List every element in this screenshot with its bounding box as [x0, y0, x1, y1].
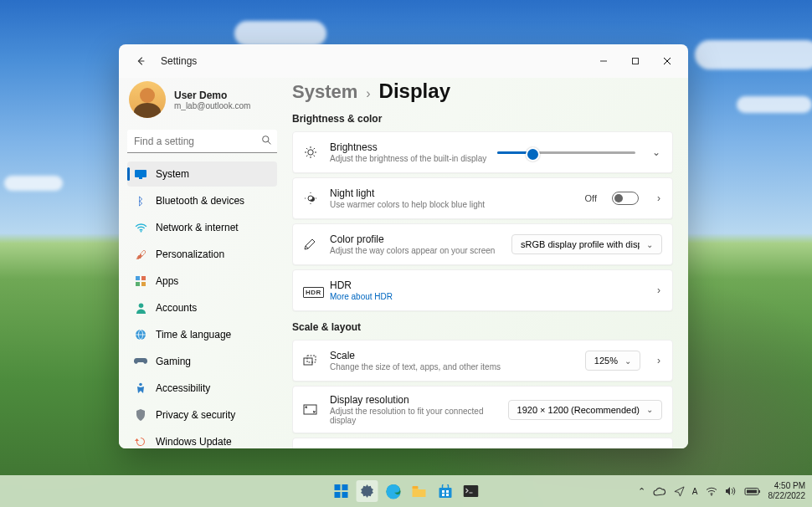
orientation-card[interactable]: Display orientation Landscape ⌄	[292, 438, 673, 448]
sidebar-item-accounts[interactable]: Accounts	[127, 295, 277, 320]
card-subtitle: Use warmer colors to help block blue lig…	[330, 200, 575, 209]
tray-onedrive-icon[interactable]	[653, 487, 666, 496]
chevron-down-icon[interactable]: ⌄	[650, 146, 662, 158]
tray-language-icon[interactable]: A	[692, 487, 698, 496]
close-button[interactable]	[651, 49, 683, 73]
bluetooth-icon: ᛒ	[134, 194, 147, 207]
color-profile-dropdown[interactable]: sRGB display profile with display hardwa…	[511, 234, 662, 254]
sidebar-item-system[interactable]: System	[127, 161, 277, 187]
sidebar-item-apps[interactable]: Apps	[127, 269, 277, 294]
sidebar-item-update[interactable]: Windows Update	[127, 429, 277, 448]
tray-date: 8/22/2022	[768, 491, 806, 501]
back-button[interactable]	[129, 49, 152, 73]
scale-card[interactable]: Scale Change the size of text, apps, and…	[292, 340, 673, 382]
sidebar-item-personalization[interactable]: 🖌 Personalization	[127, 242, 277, 267]
dropdown-value: sRGB display profile with display hardwa…	[521, 239, 640, 249]
taskbar-app-edge[interactable]	[383, 480, 404, 502]
card-title: HDR	[330, 279, 645, 291]
minimize-button[interactable]	[588, 49, 619, 73]
hdr-icon: HDR	[303, 284, 320, 297]
card-title: Brightness	[330, 141, 487, 153]
sidebar-item-bluetooth[interactable]: ᛒ Bluetooth & devices	[127, 188, 277, 213]
tray-location-icon[interactable]	[674, 486, 685, 497]
chevron-right-icon[interactable]: ›	[655, 355, 662, 366]
sidebar-item-label: Windows Update	[156, 436, 232, 448]
taskbar-app-terminal[interactable]	[460, 480, 482, 502]
svg-rect-2	[135, 170, 146, 177]
sidebar-item-label: Privacy & security	[156, 409, 235, 421]
person-icon	[134, 301, 147, 315]
sidebar-item-label: Network & internet	[156, 222, 239, 233]
night-light-toggle[interactable]	[612, 192, 639, 205]
user-email: m_lab@outlook.com	[174, 101, 250, 110]
svg-rect-23	[413, 486, 419, 489]
arrow-left-icon	[135, 55, 146, 67]
cloud-decoration	[737, 96, 812, 113]
resolution-dropdown[interactable]: 1920 × 1200 (Recommended) ⌄	[508, 400, 662, 420]
svg-rect-15	[307, 356, 316, 362]
resolution-icon	[303, 404, 320, 415]
gamepad-icon	[134, 355, 147, 368]
search-input[interactable]	[127, 130, 277, 153]
breadcrumb-parent[interactable]: System	[292, 81, 357, 103]
svg-rect-14	[304, 358, 312, 365]
search-box[interactable]	[127, 130, 277, 153]
chevron-right-icon[interactable]: ›	[655, 192, 662, 204]
sidebar-item-label: System	[156, 168, 189, 180]
night-light-card[interactable]: Night light Use warmer colors to help bl…	[292, 177, 673, 219]
sidebar-item-accessibility[interactable]: Accessibility	[127, 376, 277, 401]
hdr-more-link[interactable]: More about HDR	[330, 292, 645, 301]
sidebar: User Demo m_lab@outlook.com System ᛒ Blu…	[119, 78, 282, 448]
sidebar-item-label: Time & language	[156, 329, 231, 341]
tray-clock[interactable]: 4:50 PM 8/22/2022	[768, 481, 806, 501]
toggle-state-label: Off	[585, 193, 597, 203]
taskbar[interactable]: ⌃ A 4:50 PM 8/22/2022	[0, 475, 812, 507]
accessibility-icon	[134, 382, 147, 395]
sidebar-item-label: Personalization	[156, 248, 224, 260]
sun-icon	[303, 145, 320, 160]
svg-point-1	[263, 136, 269, 142]
scale-dropdown[interactable]: 125% ⌄	[585, 351, 640, 371]
sidebar-item-time[interactable]: Time & language	[127, 322, 277, 347]
start-button[interactable]	[331, 480, 352, 502]
globe-icon	[134, 328, 147, 341]
titlebar[interactable]: Settings	[119, 44, 688, 78]
sidebar-item-privacy[interactable]: Privacy & security	[127, 402, 277, 428]
brightness-slider[interactable]	[497, 151, 635, 154]
tray-chevron-icon[interactable]: ⌃	[638, 486, 645, 497]
navigation: System ᛒ Bluetooth & devices Network & i…	[127, 161, 277, 448]
hdr-card[interactable]: HDR HDR More about HDR ›	[292, 269, 673, 311]
taskbar-app-store[interactable]	[434, 480, 456, 502]
maximize-button[interactable]	[619, 49, 651, 73]
system-tray[interactable]: ⌃ A 4:50 PM 8/22/2022	[638, 481, 805, 501]
svg-point-12	[308, 150, 313, 155]
display-icon	[134, 167, 147, 181]
dropdown-value: 1920 × 1200 (Recommended)	[517, 405, 640, 415]
svg-point-9	[138, 303, 143, 308]
taskbar-app-settings[interactable]	[357, 480, 378, 502]
cloud-decoration	[695, 40, 812, 69]
tray-volume-icon[interactable]	[725, 486, 737, 496]
tray-wifi-icon[interactable]	[706, 487, 717, 496]
cloud-decoration	[234, 21, 326, 46]
tray-battery-icon[interactable]	[744, 487, 761, 496]
svg-rect-7	[136, 282, 140, 286]
tray-time: 4:50 PM	[768, 481, 806, 491]
color-profile-card[interactable]: Color profile Adjust the way colors appe…	[292, 223, 673, 265]
svg-rect-27	[442, 494, 445, 496]
cloud-decoration	[4, 176, 63, 191]
taskbar-app-explorer[interactable]	[409, 480, 430, 502]
chevron-right-icon[interactable]: ›	[655, 284, 662, 296]
resolution-card[interactable]: Display resolution Adjust the resolution…	[292, 386, 673, 433]
svg-rect-25	[442, 490, 445, 493]
card-title: Display resolution	[330, 394, 498, 406]
user-profile[interactable]: User Demo m_lab@outlook.com	[127, 78, 277, 126]
sidebar-item-network[interactable]: Network & internet	[127, 215, 277, 240]
svg-rect-8	[141, 282, 146, 286]
sidebar-item-gaming[interactable]: Gaming	[127, 349, 277, 374]
window-controls	[588, 49, 683, 73]
svg-rect-3	[139, 177, 142, 179]
dropdown-value: 125%	[594, 356, 618, 366]
brightness-card[interactable]: Brightness Adjust the brightness of the …	[292, 131, 673, 173]
main-content[interactable]: System › Display Brightness & color Brig…	[282, 78, 688, 448]
